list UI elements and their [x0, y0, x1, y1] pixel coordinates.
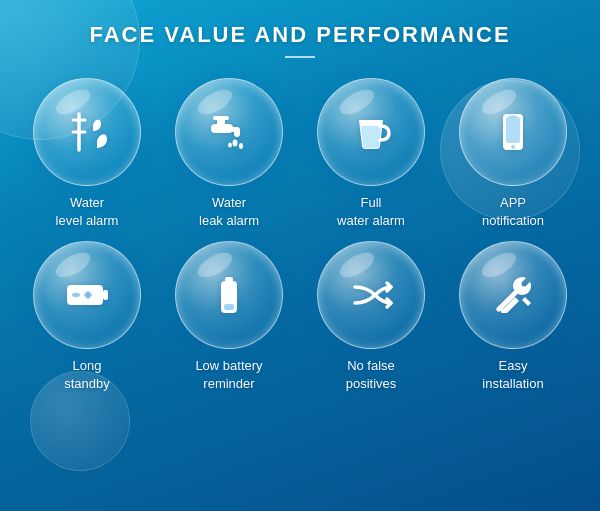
bubble-water-level-alarm — [33, 78, 141, 186]
svg-rect-23 — [501, 309, 507, 313]
page-title: FACE VALUE AND PERFORMANCE — [89, 22, 510, 48]
bubble-app-notification — [459, 78, 567, 186]
battery-low-icon — [203, 269, 255, 321]
svg-rect-14 — [509, 116, 517, 118]
svg-rect-16 — [103, 290, 108, 300]
shuffle-icon — [345, 269, 397, 321]
label-water-leak-alarm: Waterleak alarm — [199, 194, 259, 229]
battery-full-icon — [61, 269, 113, 321]
svg-point-8 — [233, 140, 238, 147]
item-water-level-alarm: Waterlevel alarm — [20, 78, 154, 229]
bubble-low-battery-reminder — [175, 241, 283, 349]
item-easy-installation: Easyinstallation — [446, 241, 580, 392]
bubble-no-false-positives — [317, 241, 425, 349]
label-full-water-alarm: Fullwater alarm — [337, 194, 405, 229]
item-long-standby: Longstandby — [20, 241, 154, 392]
bubble-full-water-alarm — [317, 78, 425, 186]
label-app-notification: APPnotification — [482, 194, 544, 229]
svg-rect-19 — [86, 291, 90, 299]
item-app-notification: APPnotification — [446, 78, 580, 229]
faucet-icon — [203, 106, 255, 158]
bubble-water-leak-alarm — [175, 78, 283, 186]
label-water-level-alarm: Waterlevel alarm — [56, 194, 119, 229]
page-header: FACE VALUE AND PERFORMANCE — [89, 22, 510, 58]
bubble-long-standby — [33, 241, 141, 349]
wrench-icon — [487, 269, 539, 321]
svg-point-9 — [239, 143, 243, 149]
label-no-false-positives: No falsepositives — [346, 357, 397, 392]
svg-rect-5 — [234, 127, 240, 137]
svg-rect-21 — [225, 277, 233, 282]
header-divider — [285, 56, 315, 58]
phone-icon — [487, 106, 539, 158]
label-easy-installation: Easyinstallation — [482, 357, 543, 392]
features-grid: Waterlevel alarm Waterleak alarm — [0, 78, 600, 392]
svg-point-10 — [228, 143, 232, 148]
item-no-false-positives: No falsepositives — [304, 241, 438, 392]
svg-rect-22 — [224, 304, 234, 310]
label-long-standby: Longstandby — [64, 357, 110, 392]
bubble-easy-installation — [459, 241, 567, 349]
label-low-battery-reminder: Low batteryreminder — [195, 357, 262, 392]
item-full-water-alarm: Fullwater alarm — [304, 78, 438, 229]
cup-icon — [345, 106, 397, 158]
svg-rect-12 — [506, 117, 520, 143]
water-level-icon — [61, 106, 113, 158]
item-low-battery-reminder: Low batteryreminder — [162, 241, 296, 392]
svg-rect-17 — [72, 293, 80, 297]
svg-point-13 — [511, 145, 515, 149]
item-water-leak-alarm: Waterleak alarm — [162, 78, 296, 229]
svg-rect-7 — [213, 116, 229, 120]
